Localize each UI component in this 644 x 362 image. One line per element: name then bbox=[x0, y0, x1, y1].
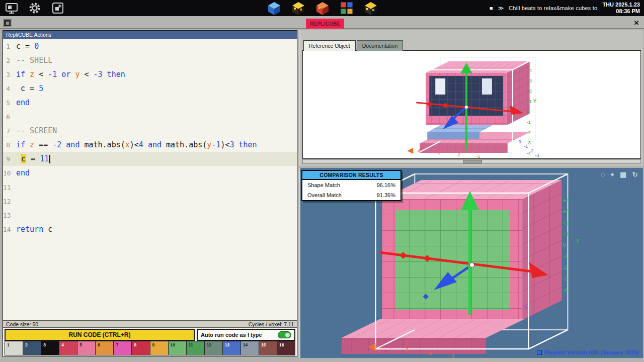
x-axis-left-arrow bbox=[407, 148, 413, 154]
reset-view-icon[interactable]: ◌ bbox=[601, 170, 605, 179]
svg-text:-3: -3 bbox=[535, 153, 539, 158]
svg-text:+3: +3 bbox=[563, 209, 569, 214]
reference-viewport[interactable]: +4+3+2+10-1-2-3-4 Y 0-1-2-3 -4-3-2-1 bbox=[302, 50, 641, 159]
app-cube-multicolor-icon[interactable] bbox=[339, 1, 354, 16]
svg-text:-4: -4 bbox=[416, 148, 420, 153]
rotate-view-icon[interactable]: ↻ bbox=[632, 170, 638, 179]
svg-text:+2: +2 bbox=[527, 88, 532, 94]
palette-swatch-15[interactable]: 15 bbox=[259, 341, 277, 355]
code-line-11[interactable]: 11 bbox=[3, 180, 297, 194]
svg-text:0: 0 bbox=[563, 242, 566, 248]
svg-text:0: 0 bbox=[519, 139, 521, 144]
svg-text:-1: -1 bbox=[531, 313, 535, 319]
palette-swatch-5[interactable]: 5 bbox=[77, 341, 96, 355]
palette-swatch-12[interactable]: 12 bbox=[205, 341, 223, 355]
code-line-6[interactable]: 6 bbox=[3, 110, 297, 124]
window-bottom-edge bbox=[0, 358, 644, 362]
svg-text:-3: -3 bbox=[563, 276, 568, 282]
palette-swatch-13[interactable]: 13 bbox=[223, 341, 241, 355]
comparison-row: Shape Match96.16% bbox=[302, 180, 400, 190]
autorun-box: Auto run code as I type bbox=[197, 329, 295, 341]
palette-swatch-7[interactable]: 7 bbox=[114, 341, 132, 355]
version-text: Playtest Version 03B (January 2025) bbox=[544, 349, 639, 355]
palette-swatch-2[interactable]: 2 bbox=[23, 341, 41, 355]
palette-swatch-6[interactable]: 6 bbox=[96, 341, 114, 355]
reference-tabs: Reference Object Documentation bbox=[303, 40, 403, 51]
replicube-app: ■ ≫ Chill beats to relax&make cubes to T… bbox=[0, 0, 644, 362]
code-line-3[interactable]: 3if z < -1 or y < -3 then bbox=[3, 67, 297, 81]
palette-swatch-8[interactable]: 8 bbox=[132, 341, 150, 355]
palette-swatch-11[interactable]: 11 bbox=[187, 341, 205, 355]
view-icons: ◌⌖▦↻ bbox=[601, 170, 638, 179]
svg-text:-3: -3 bbox=[543, 331, 547, 336]
code-line-4[interactable]: 4 c = 5 bbox=[3, 81, 297, 96]
app-cube-red-icon[interactable] bbox=[315, 1, 330, 16]
svg-text:-2: -2 bbox=[527, 130, 531, 135]
add-cube-icon[interactable] bbox=[51, 2, 64, 15]
stop-icon[interactable]: ■ bbox=[490, 5, 493, 11]
autorun-toggle[interactable] bbox=[278, 331, 291, 338]
palette-swatch-10[interactable]: 10 bbox=[169, 341, 187, 355]
svg-text:-1: -1 bbox=[524, 144, 528, 149]
time-text: 08:36 PM bbox=[602, 8, 640, 15]
playfield-panel: +4+3+2+10-1-2-3-4 Y 0-1-2-3 -4-3-2-1 COM… bbox=[299, 168, 643, 358]
settings-gear-icon[interactable] bbox=[28, 2, 41, 15]
code-line-8[interactable]: 8if z == -2 and math.abs(x)<4 and math.a… bbox=[3, 138, 297, 152]
svg-text:-2: -2 bbox=[563, 265, 568, 270]
tab-reference-object[interactable]: Reference Object bbox=[303, 40, 356, 51]
palette-swatch-14[interactable]: 14 bbox=[241, 341, 259, 355]
palette-swatch-9[interactable]: 9 bbox=[150, 341, 169, 355]
code-size-label: Code size: 50 bbox=[6, 321, 38, 327]
center-view-icon[interactable]: ⌖ bbox=[610, 170, 614, 179]
code-line-2[interactable]: 2-- SHELL bbox=[3, 53, 297, 67]
code-line-13[interactable]: 13 bbox=[3, 208, 297, 222]
svg-text:-2: -2 bbox=[428, 350, 432, 356]
app-cube-dark-icon[interactable] bbox=[363, 1, 378, 16]
clock: THU 2025.1.23 08:36 PM bbox=[602, 2, 640, 15]
svg-text:Y: Y bbox=[533, 99, 537, 104]
svg-text:+1: +1 bbox=[563, 231, 569, 237]
window-menu-icon[interactable] bbox=[3, 19, 12, 27]
svg-text:+1: +1 bbox=[527, 99, 532, 104]
comparison-row: Overall Match91.36% bbox=[302, 190, 400, 200]
palette-swatch-3[interactable]: 3 bbox=[41, 341, 59, 355]
code-line-1[interactable]: 1c = 0 bbox=[3, 39, 297, 53]
now-playing-text: Chill beats to relax&make cubes to bbox=[509, 5, 597, 11]
code-line-10[interactable]: 10end bbox=[3, 166, 297, 180]
svg-text:-2: -2 bbox=[537, 322, 541, 328]
tab-documentation[interactable]: Documentation bbox=[357, 40, 404, 51]
autorun-label: Auto run code as I type bbox=[201, 332, 262, 338]
skip-icon[interactable]: ≫ bbox=[498, 5, 504, 12]
display-icon[interactable] bbox=[5, 2, 18, 15]
svg-text:Y: Y bbox=[576, 238, 580, 244]
run-code-button[interactable]: RUN CODE (CTRL+R) bbox=[5, 329, 195, 341]
reference-scrollbar[interactable] bbox=[302, 159, 641, 164]
y-axis-ticks: +4+3+2+10-1-2-3-4 bbox=[563, 198, 569, 293]
svg-text:0: 0 bbox=[527, 109, 529, 114]
code-line-7[interactable]: 7-- SCREEN bbox=[3, 124, 297, 138]
svg-text:0: 0 bbox=[525, 304, 527, 310]
svg-text:-3: -3 bbox=[436, 150, 440, 155]
toggle-knob bbox=[285, 333, 290, 337]
svg-text:-2: -2 bbox=[456, 152, 460, 157]
svg-text:+3: +3 bbox=[527, 78, 532, 83]
scrollbar-thumb[interactable] bbox=[463, 160, 482, 163]
palette-swatch-1[interactable]: 1 bbox=[5, 341, 23, 355]
svg-text:-1: -1 bbox=[476, 154, 480, 158]
grid-toggle-icon[interactable]: ▦ bbox=[620, 170, 626, 179]
comparison-rows: Shape Match96.16%Overall Match91.36% bbox=[302, 180, 400, 200]
comparison-results-box: COMPARISON RESULTS Shape Match96.16%Over… bbox=[301, 170, 401, 201]
code-line-12[interactable]: 12 bbox=[3, 194, 297, 208]
app-cube-yellow-icon[interactable] bbox=[291, 1, 306, 16]
text-cursor bbox=[49, 155, 50, 163]
palette-swatch-16[interactable]: 16 bbox=[277, 341, 295, 355]
palette-swatch-4[interactable]: 4 bbox=[59, 341, 77, 355]
svg-text:+4: +4 bbox=[527, 68, 532, 73]
code-line-9[interactable]: 9 c = 11 bbox=[3, 152, 297, 166]
close-button[interactable]: ✕ bbox=[631, 18, 641, 28]
code-line-5[interactable]: 5end bbox=[3, 96, 297, 110]
code-line-14[interactable]: 14return c bbox=[3, 222, 297, 236]
window-tab-replicube[interactable]: REPLICUBE bbox=[306, 19, 344, 29]
app-cube-blue-icon[interactable] bbox=[267, 1, 282, 16]
code-area[interactable]: 1c = 02-- SHELL3if z < -1 or y < -3 then… bbox=[3, 39, 297, 320]
